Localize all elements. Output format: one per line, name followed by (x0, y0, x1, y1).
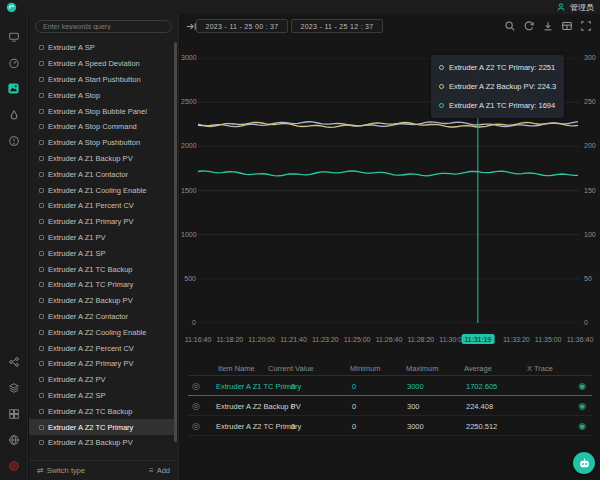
current-value-cell: 0 (291, 401, 295, 410)
end-time-input[interactable]: 2023 - 11 - 25 12 : 37 (291, 19, 383, 33)
list-item[interactable]: Extruder A Z2 Cooling Enable (29, 324, 174, 340)
x-trace-icon[interactable]: ◉ (578, 421, 586, 431)
y-axis-tick-left: 1500 (181, 187, 196, 194)
tag-icon (39, 298, 44, 303)
list-item[interactable]: Extruder A Stop Command (29, 119, 174, 135)
tag-icon (39, 77, 44, 82)
list-item[interactable]: Extruder A Z2 Primary PV (29, 356, 174, 372)
list-item-label: Extruder A Z2 Percent CV (48, 344, 134, 353)
list-item[interactable]: Extruder A Z1 Primary PV (29, 214, 174, 230)
x-trace-icon[interactable]: ◉ (578, 381, 586, 391)
table-row[interactable]: ◎Extruder A Z2 TC Primary0030002250.512◉ (188, 416, 592, 436)
list-item[interactable]: Extruder A Z1 PV (29, 230, 174, 246)
average-cell: 1702.605 (466, 381, 497, 390)
table-row[interactable]: ◎Extruder A Z1 TC Primary0030001702.605◉ (188, 376, 592, 396)
x-axis-tick: 11:35:00 (535, 336, 562, 343)
list-item-label: Extruder A Speed Deviation (48, 59, 140, 68)
table-view-icon[interactable] (561, 20, 573, 32)
y-axis-tick-left: 500 (181, 275, 196, 282)
x-axis-tick: 11:25:00 (344, 336, 371, 343)
y-axis-tick-right: 0 (584, 319, 599, 326)
zoom-search-icon[interactable] (504, 20, 516, 32)
tag-icon (39, 409, 44, 414)
list-item[interactable]: Extruder A Start Pushbutton (29, 72, 174, 88)
record-indicator-icon[interactable] (7, 459, 20, 472)
tag-icon (39, 425, 44, 430)
table-row[interactable]: ◎Extruder A Z2 Backup PV00300224.408◉ (188, 396, 592, 416)
list-item[interactable]: Extruder A Z3 Backup PV (29, 435, 174, 451)
list-item[interactable]: Extruder A Z1 Percent CV (29, 198, 174, 214)
tooltip-text: Extruder A Z2 Backup PV: 224.3 (449, 82, 556, 91)
list-item-label: Extruder A Z1 TC Backup (48, 265, 133, 274)
list-item[interactable]: Extruder A Stop (29, 87, 174, 103)
list-item-label: Extruder A Start Pushbutton (48, 75, 141, 84)
fullscreen-icon[interactable] (580, 20, 592, 32)
list-item[interactable]: Extruder A Z2 Backup PV (29, 293, 174, 309)
visibility-toggle-icon[interactable]: ◎ (192, 421, 200, 431)
column-header: Maximum (406, 363, 439, 372)
nav-rail (0, 14, 28, 480)
tag-icon (39, 235, 44, 240)
visibility-toggle-icon[interactable]: ◎ (192, 401, 200, 411)
trend-gallery-icon[interactable] (7, 82, 20, 95)
average-cell: 224.408 (466, 401, 493, 410)
maximum-cell: 3000 (407, 381, 424, 390)
water-drop-icon[interactable] (7, 108, 20, 121)
item-name-cell: Extruder A Z2 TC Primary (216, 421, 301, 430)
refresh-icon[interactable] (523, 20, 535, 32)
list-item-label: Extruder A Z2 Cooling Enable (48, 328, 146, 337)
list-item[interactable]: Extruder A SP (29, 40, 174, 56)
list-item[interactable]: Extruder A Stop Bubble Panel (29, 103, 174, 119)
switch-type-button[interactable]: ⇄ Switch type (37, 466, 85, 475)
y-axis-tick-right: 150 (584, 187, 599, 194)
list-item[interactable]: Extruder A Z2 Contactor (29, 309, 174, 325)
scrollbar-thumb[interactable] (174, 42, 177, 442)
add-icon: ≡ (149, 466, 154, 475)
add-button[interactable]: ≡ Add (149, 466, 170, 475)
download-icon[interactable] (542, 20, 554, 32)
gauge-icon[interactable] (7, 56, 20, 69)
assistant-button[interactable] (573, 452, 595, 474)
globe-icon[interactable] (7, 433, 20, 446)
current-value-cell: 0 (291, 381, 295, 390)
list-item[interactable]: Extruder A Z2 Percent CV (29, 340, 174, 356)
tag-icon (39, 172, 44, 177)
list-item[interactable]: Extruder A Z1 Contactor (29, 166, 174, 182)
tooltip-text: Extruder A Z2 TC Primary: 2251 (449, 63, 555, 72)
tooltip-text: Extruder A Z1 TC Primary: 1694 (449, 101, 555, 110)
user-avatar-icon[interactable] (556, 2, 566, 12)
list-item[interactable]: Extruder A Z1 TC Primary (29, 277, 174, 293)
start-time-input[interactable]: 2023 - 11 - 25 00 : 37 (196, 19, 288, 33)
list-item[interactable]: Extruder A Stop Pushbutton (29, 135, 174, 151)
list-item[interactable]: Extruder A Z1 TC Backup (29, 261, 174, 277)
list-item[interactable]: Extruder A Z2 TC Primary (29, 419, 174, 435)
series-dot-icon (439, 103, 444, 108)
list-item[interactable]: Extruder A Z2 SP (29, 388, 174, 404)
series-line (198, 171, 578, 176)
y-axis-tick-right: 50 (584, 275, 599, 282)
list-item[interactable]: Extruder A Z1 SP (29, 245, 174, 261)
search-input[interactable] (35, 20, 172, 33)
monitor-icon[interactable] (7, 30, 20, 43)
list-item[interactable]: Extruder A Speed Deviation (29, 56, 174, 72)
visibility-toggle-icon[interactable]: ◎ (192, 381, 200, 391)
grid-icon[interactable] (7, 407, 20, 420)
list-item[interactable]: Extruder A Z2 TC Backup (29, 403, 174, 419)
tag-icon (39, 124, 44, 129)
tag-icon (39, 156, 44, 161)
x-axis-cursor-label: 11:31:19 (461, 334, 494, 344)
share-nodes-icon[interactable] (7, 355, 20, 368)
y-axis-tick-left: 0 (181, 319, 196, 326)
alert-circle-icon[interactable] (7, 134, 20, 147)
list-item[interactable]: Extruder A Z2 PV (29, 372, 174, 388)
y-axis-tick-right: 100 (584, 231, 599, 238)
x-trace-icon[interactable]: ◉ (578, 401, 586, 411)
list-item-label: Extruder A Z2 PV (48, 375, 106, 384)
username-label[interactable]: 管理员 (570, 2, 594, 13)
list-item-label: Extruder A Z1 SP (48, 249, 106, 258)
column-header: X Trace (527, 363, 553, 372)
list-item[interactable]: Extruder A Z1 Cooling Enable (29, 182, 174, 198)
x-axis-tick: 11:20:00 (248, 336, 275, 343)
list-item[interactable]: Extruder A Z1 Backup PV (29, 151, 174, 167)
layers-icon[interactable] (7, 381, 20, 394)
